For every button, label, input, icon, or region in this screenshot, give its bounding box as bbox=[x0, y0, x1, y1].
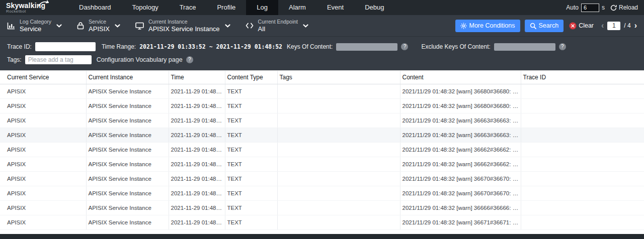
cell-instance: APISIX Service Instance bbox=[86, 128, 169, 142]
column-header-content-type: Content Type bbox=[225, 71, 277, 84]
selector-text: ServiceAPISIX bbox=[89, 19, 110, 33]
app-logo[interactable]: Skywalking Rocketbot bbox=[6, 2, 52, 14]
clear-button[interactable]: Clear bbox=[568, 20, 595, 32]
nav-item-trace[interactable]: Trace bbox=[169, 0, 207, 15]
chevron-down-icon bbox=[303, 24, 308, 28]
trace-id-label: Trace ID: bbox=[7, 43, 32, 50]
auto-reload-seconds-input[interactable] bbox=[581, 4, 599, 12]
selector-current-endpoint[interactable]: Current EndpointAll bbox=[246, 19, 308, 33]
main-nav: DashboardTopologyTraceProfileLogAlarmEve… bbox=[68, 0, 394, 15]
more-conditions-button[interactable]: More Conditions bbox=[455, 20, 520, 32]
table-row[interactable]: APISIXAPISIX Service Instance2021-11-29 … bbox=[0, 200, 644, 215]
selector-value: APISIX Service Instance bbox=[148, 25, 220, 33]
selector-value: All bbox=[258, 25, 298, 33]
table-row[interactable]: APISIXAPISIX Service Instance2021-11-29 … bbox=[0, 171, 644, 186]
table-row[interactable]: APISIXAPISIX Service Instance2021-11-29 … bbox=[0, 98, 644, 113]
cell-content-type: TEXT bbox=[225, 171, 277, 186]
cell-trace-id bbox=[521, 186, 644, 200]
cell-content: 2021/11/29 01:48:32 [warn] 36662#36662: … bbox=[400, 157, 521, 171]
help-icon[interactable]: ? bbox=[186, 56, 193, 63]
tags-input[interactable] bbox=[25, 55, 92, 64]
footer-strip bbox=[0, 234, 644, 239]
next-page-button[interactable]: › bbox=[634, 22, 637, 30]
keys-of-content-input[interactable] bbox=[336, 43, 397, 51]
search-icon bbox=[530, 23, 536, 29]
selector-group: Log CategoryServiceServiceAPISIXCurrent … bbox=[7, 19, 324, 33]
help-icon[interactable]: ? bbox=[401, 43, 408, 50]
cell-tags bbox=[277, 98, 400, 113]
cell-service: APISIX bbox=[0, 84, 86, 98]
cell-trace-id bbox=[521, 98, 644, 113]
service-icon bbox=[77, 22, 84, 30]
endpoint-icon bbox=[246, 23, 254, 29]
selector-text: Current InstanceAPISIX Service Instance bbox=[148, 19, 220, 33]
skywalking-log-page: Skywalking Rocketbot DashboardTopologyTr… bbox=[0, 0, 644, 239]
column-header-current-service: Current Service bbox=[0, 71, 86, 84]
search-button[interactable]: Search bbox=[525, 20, 564, 32]
table-row[interactable]: APISIXAPISIX Service Instance2021-11-29 … bbox=[0, 113, 644, 128]
filter-row-2: Tags: Configuration Vocabulary page ? bbox=[0, 53, 644, 66]
nav-item-debug[interactable]: Debug bbox=[354, 0, 394, 15]
cell-tags bbox=[277, 157, 400, 171]
previous-page-button[interactable]: ‹ bbox=[601, 22, 604, 30]
selector-value: Service bbox=[20, 25, 51, 33]
auto-label: Auto bbox=[566, 4, 579, 11]
reload-button[interactable]: Reload bbox=[610, 4, 638, 11]
nav-item-event[interactable]: Event bbox=[316, 0, 354, 15]
selector-label: Current Endpoint bbox=[258, 19, 298, 25]
cell-content-type: TEXT bbox=[225, 84, 277, 98]
cell-service: APISIX bbox=[0, 215, 86, 229]
cell-instance: APISIX Service Instance bbox=[86, 186, 169, 200]
search-label: Search bbox=[539, 22, 559, 29]
chart-icon bbox=[7, 22, 15, 30]
cell-content-type: TEXT bbox=[225, 186, 277, 200]
nav-item-profile[interactable]: Profile bbox=[206, 0, 246, 15]
cell-content: 2021/11/29 01:48:32 [warn] 36662#36662: … bbox=[400, 142, 521, 157]
nav-item-alarm[interactable]: Alarm bbox=[278, 0, 316, 15]
table-row[interactable]: APISIXAPISIX Service Instance2021-11-29 … bbox=[0, 157, 644, 171]
log-table-container: Current ServiceCurrent InstanceTimeConte… bbox=[0, 70, 644, 234]
cell-service: APISIX bbox=[0, 113, 86, 128]
cell-service: APISIX bbox=[0, 200, 86, 215]
table-row[interactable]: APISIXAPISIX Service Instance2021-11-29 … bbox=[0, 142, 644, 157]
chevron-down-icon bbox=[56, 24, 62, 28]
cell-tags bbox=[277, 200, 400, 215]
column-header-time: Time bbox=[169, 71, 225, 84]
reload-icon bbox=[610, 5, 617, 11]
cell-time: 2021-11-29 01:48:52 bbox=[169, 128, 225, 142]
cell-content: 2021/11/29 01:48:32 [warn] 36666#36666: … bbox=[400, 200, 521, 215]
nav-item-topology[interactable]: Topology bbox=[122, 0, 169, 15]
chevron-down-icon bbox=[115, 24, 120, 28]
table-row[interactable]: APISIXAPISIX Service Instance2021-11-29 … bbox=[0, 186, 644, 200]
cell-service: APISIX bbox=[0, 157, 86, 171]
table-row[interactable]: APISIXAPISIX Service Instance2021-11-29 … bbox=[0, 215, 644, 229]
cell-trace-id bbox=[521, 157, 644, 171]
cell-time: 2021-11-29 01:48:52 bbox=[169, 186, 225, 200]
configuration-vocabulary-link[interactable]: Configuration Vocabulary page bbox=[97, 56, 183, 63]
trace-id-input[interactable] bbox=[35, 42, 96, 51]
cell-time: 2021-11-29 01:48:52 bbox=[169, 84, 225, 98]
log-table-head-row: Current ServiceCurrent InstanceTimeConte… bbox=[0, 71, 644, 84]
exclude-keys-of-content-label: Exclude Keys Of Content: bbox=[421, 43, 490, 50]
selector-current-instance[interactable]: Current InstanceAPISIX Service Instance bbox=[135, 19, 230, 33]
auto-reload-controls: Auto s Reload bbox=[566, 4, 638, 12]
cell-time: 2021-11-29 01:48:52 bbox=[169, 200, 225, 215]
tags-label: Tags: bbox=[7, 56, 22, 63]
cell-content: 2021/11/29 01:48:32 [warn] 36663#36663: … bbox=[400, 128, 521, 142]
selector-log-category[interactable]: Log CategoryService bbox=[7, 19, 62, 33]
cell-trace-id bbox=[521, 171, 644, 186]
cell-time: 2021-11-29 01:48:52 bbox=[169, 171, 225, 186]
table-row[interactable]: APISIXAPISIX Service Instance2021-11-29 … bbox=[0, 84, 644, 98]
table-row[interactable]: APISIXAPISIX Service Instance2021-11-29 … bbox=[0, 128, 644, 142]
cell-trace-id bbox=[521, 113, 644, 128]
selector-service[interactable]: ServiceAPISIX bbox=[77, 19, 120, 33]
exclude-keys-of-content-input[interactable] bbox=[494, 43, 555, 51]
cell-instance: APISIX Service Instance bbox=[86, 171, 169, 186]
cell-instance: APISIX Service Instance bbox=[86, 157, 169, 171]
selector-label: Log Category bbox=[20, 19, 51, 25]
nav-item-dashboard[interactable]: Dashboard bbox=[68, 0, 122, 15]
nav-item-log[interactable]: Log bbox=[246, 0, 278, 15]
page-number-input[interactable] bbox=[607, 22, 620, 30]
help-icon[interactable]: ? bbox=[559, 43, 566, 50]
clear-label: Clear bbox=[579, 22, 594, 29]
